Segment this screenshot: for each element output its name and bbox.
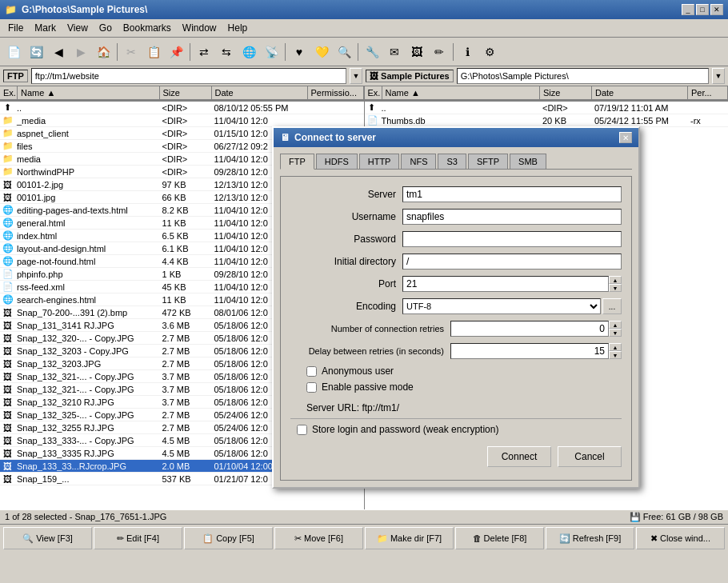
delay-input[interactable] [450, 343, 609, 359]
delay-label: Delay between retries (in seconds) [290, 346, 450, 356]
dialog-tab-ftp[interactable]: FTP [280, 154, 314, 170]
anonymous-label: Anonymous user [322, 365, 394, 377]
port-spinner: ▲ ▼ [609, 276, 622, 292]
store-credentials-checkbox[interactable] [297, 425, 307, 435]
server-input[interactable] [402, 186, 622, 202]
cancel-button[interactable]: Cancel [558, 446, 622, 467]
server-row: Server [290, 186, 622, 202]
retries-row: Number of connection retries ▲ ▼ [290, 321, 622, 337]
dialog-tab-smb[interactable]: SMB [510, 154, 546, 169]
retries-label: Number of connection retries [290, 324, 450, 333]
encoding-label: Encoding [290, 301, 402, 312]
port-spin-down[interactable]: ▼ [609, 284, 622, 292]
dialog-tab-sftp[interactable]: SFTP [468, 154, 508, 169]
port-label: Port [290, 278, 402, 290]
connect-dialog: 🖥 Connect to server ✕ FTP HDFS HTTP NFS … [272, 126, 640, 489]
delay-row: Delay between retries (in seconds) ▲ ▼ [290, 343, 622, 359]
dialog-tab-http[interactable]: HTTP [359, 154, 400, 169]
port-spin-up[interactable]: ▲ [609, 276, 622, 284]
anonymous-checkbox[interactable] [306, 366, 317, 377]
server-url-display: Server URL: ftp://tm1/ [290, 397, 622, 418]
port-input-group: ▲ ▼ [402, 276, 622, 292]
store-credentials-label: Store login and password (weak encryptio… [312, 424, 498, 435]
passive-label: Enable passive mode [322, 381, 414, 393]
retries-spinner: ▲ ▼ [609, 321, 622, 337]
username-row: Username [290, 209, 622, 225]
server-label: Server [290, 189, 402, 200]
dialog-form: Server Username Password Initial directo… [280, 176, 632, 481]
encoding-input-group: UTF-8 ... [402, 298, 622, 314]
dialog-tab-nfs[interactable]: NFS [401, 154, 436, 169]
port-row: Port ▲ ▼ [290, 276, 622, 292]
dialog-close-button[interactable]: ✕ [619, 132, 632, 143]
username-label: Username [290, 211, 402, 222]
delay-spin-down[interactable]: ▼ [609, 351, 622, 359]
initial-dir-row: Initial directory [290, 254, 622, 270]
dialog-title-bar: 🖥 Connect to server ✕ [274, 128, 638, 147]
dialog-title-label: Connect to server [294, 132, 376, 143]
passive-checkbox[interactable] [306, 382, 317, 393]
retries-spin-up[interactable]: ▲ [609, 321, 622, 329]
dialog-title-icon: 🖥 [280, 132, 290, 143]
encoding-row: Encoding UTF-8 ... [290, 298, 622, 314]
server-url-value: ftp://tm1/ [362, 402, 399, 413]
encoding-select[interactable]: UTF-8 [402, 298, 601, 314]
initial-dir-input[interactable] [402, 254, 622, 270]
dialog-tab-hdfs[interactable]: HDFS [316, 154, 358, 169]
retries-input-group: ▲ ▼ [450, 321, 622, 337]
delay-spinner: ▲ ▼ [609, 343, 622, 359]
encoding-more-button[interactable]: ... [602, 298, 622, 314]
password-row: Password [290, 231, 622, 247]
initial-dir-label: Initial directory [290, 256, 402, 267]
server-url-label: Server URL: [306, 402, 359, 413]
password-input[interactable] [402, 231, 622, 247]
anonymous-row: Anonymous user [290, 365, 622, 377]
retries-spin-down[interactable]: ▼ [609, 329, 622, 337]
port-input[interactable] [402, 276, 609, 292]
dialog-title-text: 🖥 Connect to server [280, 132, 376, 143]
dialog-tab-s3[interactable]: S3 [438, 154, 466, 169]
dialog-protocol-tabs: FTP HDFS HTTP NFS S3 SFTP SMB [280, 154, 632, 170]
retries-input[interactable] [450, 321, 609, 337]
dialog-overlay: 🖥 Connect to server ✕ FTP HDFS HTTP NFS … [0, 0, 728, 552]
passive-row: Enable passive mode [290, 381, 622, 393]
dialog-action-buttons: Connect Cancel [290, 440, 622, 470]
password-label: Password [290, 234, 402, 245]
dialog-content: FTP HDFS HTTP NFS S3 SFTP SMB Server Use… [274, 147, 638, 487]
store-credentials-row: Store login and password (weak encryptio… [290, 418, 622, 440]
delay-spin-up[interactable]: ▲ [609, 343, 622, 351]
username-input[interactable] [402, 209, 622, 225]
connect-button[interactable]: Connect [487, 446, 551, 467]
delay-input-group: ▲ ▼ [450, 343, 622, 359]
